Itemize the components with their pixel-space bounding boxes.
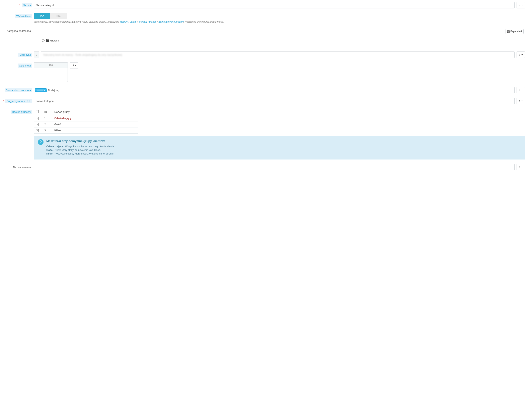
meta-description-counter: 160 (34, 62, 68, 68)
displayed-help: Jeśli chcesz, aby kategoria pojawiała si… (34, 20, 525, 23)
friendly-url-input[interactable] (34, 98, 515, 104)
label-menu-name: Nazwa w menu (12, 165, 32, 169)
info-title: Masz teraz trzy domyślne grupy klientów. (46, 139, 115, 143)
required-indicator: * (3, 100, 4, 103)
name-input[interactable] (34, 2, 515, 8)
table-row: ✓ 1 Odwiedzający (34, 115, 138, 121)
th-id: ID (42, 109, 52, 115)
lang-dropdown[interactable]: pl (516, 2, 525, 8)
caret-down-icon (75, 65, 76, 66)
label-displayed: Wyświetlane (15, 14, 32, 18)
caret-down-icon (521, 54, 523, 55)
label-meta-description: Opis meta (18, 63, 32, 68)
tag-add-input[interactable] (48, 89, 513, 92)
caret-down-icon (521, 5, 523, 6)
question-icon: ? (38, 139, 44, 145)
meta-title-counter: 2 (34, 51, 39, 58)
label-name: Nazwa (22, 3, 32, 7)
label-meta-title: Meta-tytuł (18, 53, 32, 57)
menu-name-input[interactable] (34, 164, 515, 170)
group-name: Klient (54, 129, 62, 132)
cell-id: 1 (42, 115, 52, 121)
meta-title-input[interactable]: Naturalny krem do twarzy - Tonik ukojadz… (41, 51, 515, 58)
caret-down-icon (521, 90, 523, 90)
checkbox-row[interactable]: ✓ (36, 117, 39, 120)
caret-down-icon (521, 167, 523, 167)
help-link-installed[interactable]: Zainstalowane moduły (159, 20, 183, 23)
radio-root[interactable] (42, 39, 45, 42)
lang-dropdown[interactable]: pl (516, 87, 525, 93)
label-parent-category: Kategoria nadrzędna (5, 29, 32, 33)
tree-item-root: Główna (42, 39, 521, 42)
label-meta-keywords: Słowa kluczowe meta (5, 88, 32, 92)
expand-icon: + (507, 30, 510, 33)
cell-id: 2 (42, 121, 52, 127)
label-friendly-url: Przyjazny adres URL (5, 99, 32, 103)
help-link-modules2[interactable]: Moduły i usługi (139, 20, 156, 23)
group-name: Gość (54, 123, 61, 126)
tree-root-label[interactable]: Główna (50, 39, 59, 42)
th-name: Nazwa grupy (52, 109, 138, 115)
group-access-table: ID Nazwa grupy ✓ 1 Odwiedzający ✓ 2 Gość… (34, 109, 138, 134)
required-indicator: * (19, 4, 20, 7)
label-group-access: Dostęp grupowy (11, 110, 32, 114)
tag-remove-icon[interactable]: × (44, 89, 45, 91)
displayed-toggle: TAK NIE (34, 13, 67, 19)
meta-description-input[interactable] (34, 68, 68, 82)
cell-id: 3 (42, 127, 52, 134)
keyword-tag[interactable]: xxxxxx× (35, 88, 47, 92)
help-link-modules1[interactable]: Moduły i usługi (120, 20, 136, 23)
table-row: ✓ 2 Gość (34, 121, 138, 127)
checkbox-all[interactable] (36, 110, 39, 113)
lang-dropdown[interactable]: pl (516, 164, 525, 170)
checkbox-row[interactable]: ✓ (36, 123, 39, 126)
info-box: ? Masz teraz trzy domyślne grupy klientó… (34, 136, 525, 160)
meta-keywords-input[interactable]: xxxxxx× (34, 87, 515, 93)
caret-down-icon (521, 101, 523, 101)
lang-dropdown[interactable]: pl (516, 98, 525, 104)
expand-all-button[interactable]: + Expand All (506, 29, 524, 34)
parent-category-panel: + Expand All Główna (34, 28, 525, 47)
lang-dropdown[interactable]: pl (70, 62, 78, 69)
folder-icon (46, 40, 49, 42)
toggle-no[interactable]: NIE (50, 13, 67, 19)
toggle-yes[interactable]: TAK (34, 13, 50, 19)
group-link[interactable]: Odwiedzający (54, 117, 72, 120)
table-row: ✓ 3 Klient (34, 127, 138, 134)
checkbox-row[interactable]: ✓ (36, 129, 39, 132)
lang-dropdown[interactable]: pl (516, 51, 525, 58)
